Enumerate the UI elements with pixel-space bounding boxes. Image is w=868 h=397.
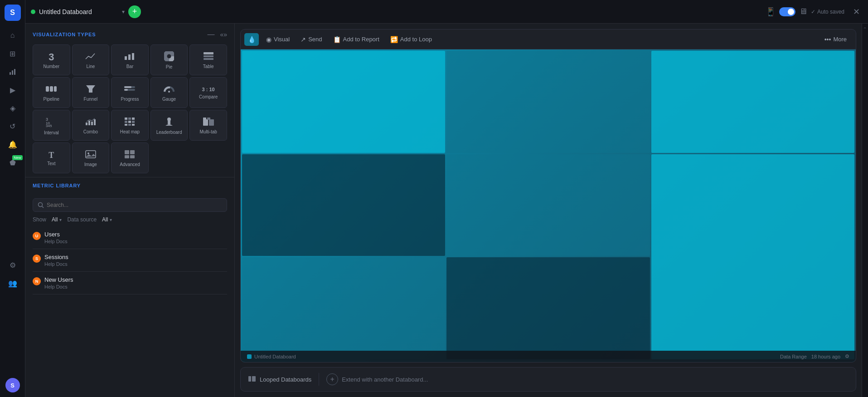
hm-cell-7 [446,257,650,359]
svg-rect-31 [128,121,131,123]
metric-search-input[interactable] [47,202,222,208]
funnel-icon [86,84,96,95]
svg-rect-37 [168,121,170,124]
viz-type-number[interactable]: 3 Number [33,44,70,75]
add-to-report-icon: 📋 [333,36,341,43]
viz-type-table[interactable]: Table [189,44,227,75]
right-edge-panel[interactable]: ‹ [862,24,868,397]
metric-search-box[interactable] [33,198,227,212]
top-bar-center: 📱 🖥 [766,7,807,17]
nav-icon-tag[interactable]: ◈ [5,100,21,116]
title-chevron-icon[interactable]: ▾ [122,9,125,15]
viz-type-pie[interactable]: Pie [150,44,188,75]
viz-type-multi-tab[interactable]: Multi-tab [189,110,227,141]
image-icon [85,150,96,160]
viz-type-bar[interactable]: Bar [111,44,149,75]
svg-rect-46 [125,155,129,158]
combo-icon [85,117,97,127]
funnel-label: Funnel [84,97,98,102]
databoard-title-input[interactable] [39,8,118,15]
toolbar-more[interactable]: ••• More [819,29,852,49]
progress-icon [124,84,136,95]
toolbar-send-label: Send [308,36,322,43]
metric-source-sessions: Help Docs [44,261,68,267]
metric-item-new-users[interactable]: N New Users Help Docs [33,272,227,294]
viz-type-line[interactable]: Line [72,44,110,75]
svg-rect-50 [248,376,251,382]
hm-cell-3 [242,154,445,256]
svg-point-19 [168,91,170,93]
metric-info-users: Users Help Docs [44,231,68,244]
nav-icon-people[interactable]: 👥 [5,275,21,292]
leaderboard-label: Leaderboard [156,130,182,135]
metric-item-sessions[interactable]: S Sessions Help Docs [33,249,227,272]
viz-type-leaderboard[interactable]: Leaderboard [150,110,188,141]
nav-icon-new-feature[interactable]: ⬟ [5,154,21,171]
footer-settings-icon: ⚙ [845,353,849,359]
extend-section[interactable]: + Extend with another Databoard... [326,373,428,385]
nav-icon-settings[interactable]: ⚙ [5,257,21,274]
mobile-icon[interactable]: 📱 [766,7,776,17]
toolbar-add-to-report[interactable]: 📋 Add to Report [328,29,385,49]
close-button[interactable]: ✕ [850,5,863,18]
viz-type-text[interactable]: T Text [33,142,70,173]
user-avatar[interactable]: S [5,378,20,392]
svg-text:345: 345 [46,124,52,127]
minimize-button[interactable]: — [205,30,216,39]
svg-marker-14 [86,85,95,93]
add-button[interactable]: + [128,5,141,18]
viz-type-interval[interactable]: 310345 Interval [33,110,70,141]
viz-type-grid: 3 Number Line Bar [33,44,227,173]
nav-icon-refresh[interactable]: ↺ [5,118,21,134]
viz-type-advanced[interactable]: Advanced [111,142,149,173]
bar-icon [124,52,136,62]
svg-rect-40 [203,118,206,120]
visual-icon: ◉ [266,36,272,43]
app-logo[interactable]: S [5,5,21,21]
viz-type-image[interactable]: Image [72,142,110,173]
viz-type-combo[interactable]: Combo [72,110,110,141]
interval-label: Interval [44,130,59,135]
heatmap-footer: Untitled Databoard Data Range 18 hours a… [241,351,856,362]
viz-type-progress[interactable]: Progress [111,77,149,108]
collapse-button[interactable]: «» [220,31,227,38]
heat-map-label: Heat map [120,129,140,134]
metric-item-users[interactable]: U Users Help Docs [33,226,227,249]
water-drop-button[interactable]: 💧 [244,33,259,46]
svg-line-49 [42,206,44,208]
hm-cell-1 [446,51,650,153]
loop-divider [319,373,319,386]
line-label: Line [86,64,95,69]
toolbar-visual[interactable]: ◉ Visual [261,29,295,49]
left-navigation: S ⌂ ⊞ ▶ ◈ ↺ 🔔 ⬟ ⚙ 👥 S [0,0,25,397]
more-icon: ••• [824,36,831,43]
viz-type-heat-map[interactable]: Heat map [111,110,149,141]
nav-icon-video[interactable]: ▶ [5,82,21,98]
nav-icon-home[interactable]: ⌂ [5,27,21,44]
nav-icon-grid[interactable]: ⊞ [5,45,21,62]
toolbar-send[interactable]: ↗ Send [295,29,327,49]
svg-rect-29 [132,118,135,120]
nav-icon-chart[interactable] [5,64,21,80]
metric-dot-sessions: S [33,255,41,263]
metric-name-sessions: Sessions [44,254,68,260]
top-bar-left: ▾ + [31,5,762,18]
viz-type-compare[interactable]: 3 : 10 Compare [189,77,227,108]
svg-rect-47 [130,155,135,158]
view-toggle[interactable] [779,7,795,16]
show-filter-select[interactable]: All ▾ [52,216,62,223]
viz-type-funnel[interactable]: Funnel [72,77,110,108]
show-filter-chevron-icon: ▾ [59,217,62,222]
text-icon: T [48,151,54,159]
visualization-card: 💧 ◉ Visual ↗ Send 📋 Add to Report 🔁 [240,29,856,363]
metric-source-new-users: Help Docs [44,284,73,289]
nav-icon-bell[interactable]: 🔔 [5,136,21,152]
svg-rect-16 [124,86,131,88]
viz-type-pipeline[interactable]: Pipeline [33,77,70,108]
desktop-icon[interactable]: 🖥 [799,7,807,16]
datasource-filter-select[interactable]: All ▾ [102,216,112,223]
svg-rect-18 [124,89,128,91]
viz-type-gauge[interactable]: Gauge [150,77,188,108]
viz-section-title: VISUALIZATION TYPES [33,32,96,37]
toolbar-add-to-loop[interactable]: 🔁 Add to Loop [385,29,437,49]
